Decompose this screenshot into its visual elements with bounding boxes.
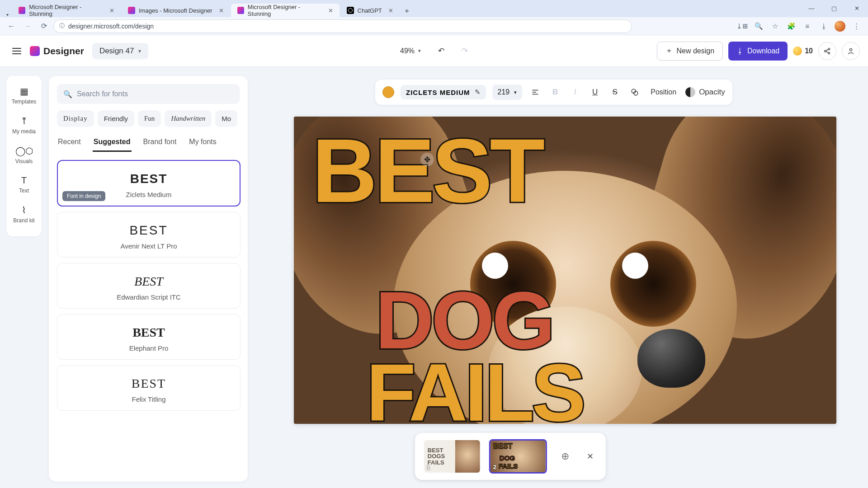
zoom-page-icon[interactable]: 🔍 bbox=[751, 19, 766, 33]
nav-back-button[interactable]: ← bbox=[5, 19, 18, 33]
design-canvas[interactable]: BEST ✥ DOG FAILS bbox=[294, 117, 836, 424]
new-design-button[interactable]: ＋ New design bbox=[657, 42, 723, 61]
canvas-text-dog[interactable]: DOG bbox=[375, 284, 552, 357]
bookmark-icon[interactable]: ☆ bbox=[768, 19, 782, 33]
text-color-swatch[interactable] bbox=[382, 86, 394, 98]
share-button[interactable] bbox=[818, 42, 836, 60]
upload-icon: ⤒ bbox=[20, 116, 28, 127]
bold-button[interactable]: B bbox=[548, 85, 562, 99]
reading-list-icon[interactable]: ≡ bbox=[800, 19, 815, 33]
font-card[interactable]: BESTAvenir Next LT Pro bbox=[57, 212, 241, 258]
account-button[interactable] bbox=[842, 42, 860, 60]
font-tab[interactable]: My fonts bbox=[188, 135, 217, 152]
font-tab[interactable]: Brand font bbox=[142, 135, 178, 152]
font-search-input[interactable]: 🔍 Search for fonts bbox=[57, 84, 240, 104]
window-minimize-button[interactable]: ― bbox=[803, 2, 820, 14]
font-card[interactable]: BESTZiclets MediumFont in design bbox=[57, 160, 241, 206]
window-maximize-button[interactable]: ▢ bbox=[826, 2, 843, 14]
font-category-chip[interactable]: Fun bbox=[138, 110, 161, 127]
app-logo[interactable]: Designer bbox=[30, 46, 84, 56]
site-info-icon[interactable]: ⓘ bbox=[59, 22, 65, 30]
tab-scroll-icon[interactable]: ▾ bbox=[6, 12, 9, 17]
rail-item-my-media[interactable]: ⤒My media bbox=[6, 110, 42, 140]
search-icon: 🔍 bbox=[63, 90, 72, 99]
font-category-chip[interactable]: Display bbox=[57, 110, 94, 127]
canvas-viewport[interactable]: BEST ✥ DOG FAILS bbox=[294, 117, 836, 424]
text-align-button[interactable] bbox=[528, 85, 542, 99]
svg-point-3 bbox=[849, 48, 852, 51]
new-design-label: New design bbox=[676, 47, 714, 55]
italic-button[interactable]: I bbox=[568, 85, 582, 99]
logo-mark-icon bbox=[30, 46, 40, 56]
browser-tab[interactable]: Microsoft Designer - Stunning✕ bbox=[231, 4, 340, 17]
underline-button[interactable]: U bbox=[588, 85, 602, 99]
close-tab-icon[interactable]: ✕ bbox=[219, 7, 224, 14]
rail-item-visuals[interactable]: ◯⬡Visuals bbox=[6, 140, 42, 170]
extensions-icon[interactable]: 🧩 bbox=[784, 19, 798, 33]
download-icon: ⭳ bbox=[736, 47, 744, 55]
chevron-down-icon: ▾ bbox=[418, 48, 421, 54]
effects-button[interactable] bbox=[628, 85, 642, 99]
design-name-dropdown[interactable]: Design 47 ▾ bbox=[92, 43, 149, 59]
strikethrough-button[interactable]: S bbox=[608, 85, 622, 99]
canvas-text-fails[interactable]: FAILS bbox=[366, 356, 583, 424]
install-app-icon[interactable]: ⤓⊞ bbox=[735, 19, 750, 33]
nav-forward-button[interactable]: → bbox=[21, 19, 34, 33]
browser-tab[interactable]: Images - Microsoft Designer✕ bbox=[122, 4, 230, 17]
plus-icon: ＋ bbox=[665, 46, 673, 56]
credits-counter[interactable]: 10 bbox=[793, 47, 813, 56]
font-tab[interactable]: Recent bbox=[57, 135, 82, 152]
font-category-chip[interactable]: Friendly bbox=[98, 110, 134, 127]
close-tray-button[interactable]: ✕ bbox=[583, 449, 598, 464]
edit-font-icon: ✎ bbox=[475, 88, 481, 96]
close-tab-icon[interactable]: ✕ bbox=[388, 7, 393, 14]
zoom-dropdown[interactable]: 49% ▾ bbox=[396, 44, 425, 58]
chevron-down-icon: ▾ bbox=[514, 89, 517, 95]
rail-item-text[interactable]: TText bbox=[6, 170, 42, 199]
font-card[interactable]: BESTFelix Titling bbox=[57, 365, 241, 411]
font-category-chip[interactable]: Mo bbox=[215, 110, 237, 127]
font-selector[interactable]: Ziclets Medium ✎ bbox=[401, 85, 486, 99]
font-list[interactable]: BESTZiclets MediumFont in designBESTAven… bbox=[57, 160, 245, 477]
opacity-button[interactable]: Opacity bbox=[685, 85, 725, 99]
user-icon bbox=[847, 47, 855, 55]
close-tab-icon[interactable]: ✕ bbox=[328, 7, 333, 14]
visuals-icon: ◯⬡ bbox=[15, 145, 33, 156]
window-close-button[interactable]: ✕ bbox=[848, 2, 865, 14]
profile-avatar[interactable] bbox=[833, 19, 847, 33]
nav-reload-button[interactable]: ⟳ bbox=[37, 19, 51, 33]
font-card[interactable]: BESTEdwardian Script ITC bbox=[57, 263, 241, 309]
browser-menu-icon[interactable]: ⋮ bbox=[849, 19, 863, 33]
left-rail: ▦Templates⤒My media◯⬡VisualsTText⌇Brand … bbox=[6, 76, 42, 236]
browser-tab-strip: ▾ Microsoft Designer - Stunning✕Images -… bbox=[0, 0, 868, 17]
downloads-icon[interactable]: ⭳ bbox=[816, 19, 831, 33]
opacity-icon bbox=[685, 87, 695, 97]
page-thumbnail-2[interactable]: BEST DOG FAILS 2 bbox=[489, 439, 547, 474]
menu-button[interactable] bbox=[8, 42, 25, 60]
undo-button[interactable]: ↶ bbox=[434, 43, 449, 59]
rail-item-brand-kit[interactable]: ⌇Brand kit bbox=[6, 199, 42, 229]
font-card[interactable]: BESTElephant Pro bbox=[57, 314, 241, 360]
new-tab-button[interactable]: ＋ bbox=[401, 5, 413, 17]
coin-icon bbox=[793, 47, 802, 56]
browser-tab[interactable]: Microsoft Designer - Stunning✕ bbox=[12, 4, 121, 17]
browser-tab[interactable]: ChatGPT✕ bbox=[340, 4, 400, 17]
canvas-text-best[interactable]: BEST bbox=[312, 130, 542, 211]
move-cursor-icon: ✥ bbox=[420, 153, 434, 166]
rail-item-templates[interactable]: ▦Templates bbox=[6, 80, 42, 110]
redo-button[interactable]: ↷ bbox=[457, 43, 472, 59]
page-thumbnail-1[interactable]: BEST DOGS FAILS 1 bbox=[423, 439, 481, 474]
font-size-input[interactable]: 219 ▾ bbox=[492, 84, 523, 100]
position-button[interactable]: Position bbox=[648, 88, 679, 96]
favicon-icon bbox=[347, 7, 354, 14]
font-tab[interactable]: Suggested bbox=[93, 135, 132, 152]
close-tab-icon[interactable]: ✕ bbox=[109, 7, 114, 14]
opacity-label: Opacity bbox=[699, 88, 725, 97]
credits-value: 10 bbox=[805, 47, 813, 55]
font-name: Ziclets Medium bbox=[406, 89, 470, 96]
url-input[interactable]: ⓘ designer.microsoft.com/design bbox=[53, 19, 632, 33]
browser-address-bar: ← → ⟳ ⓘ designer.microsoft.com/design ⤓⊞… bbox=[0, 17, 868, 35]
font-category-chip[interactable]: Handwritten bbox=[165, 110, 212, 127]
download-button[interactable]: ⭳ Download bbox=[728, 42, 788, 61]
add-page-button[interactable]: ⊕ bbox=[555, 446, 575, 466]
